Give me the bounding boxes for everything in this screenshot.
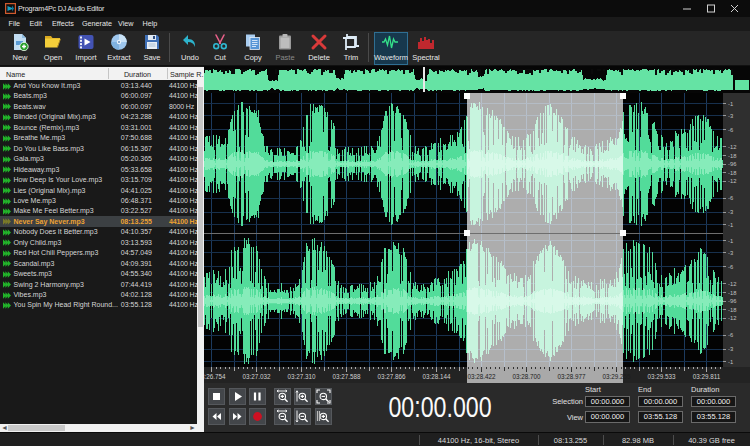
svg-text:-96: -96 bbox=[728, 161, 736, 167]
svg-text:-3: -3 bbox=[728, 346, 733, 352]
svg-text:03:29.255: 03:29.255 bbox=[602, 373, 631, 380]
svg-text:-12: -12 bbox=[728, 178, 736, 184]
svg-text:-6: -6 bbox=[728, 195, 733, 201]
svg-text:-3: -3 bbox=[728, 209, 733, 215]
svg-text:03:28.700: 03:28.700 bbox=[512, 373, 541, 380]
svg-text:03:27.588: 03:27.588 bbox=[332, 373, 361, 380]
svg-text:-1: -1 bbox=[728, 238, 733, 244]
svg-text:-1: -1 bbox=[728, 101, 733, 107]
svg-text:-12: -12 bbox=[728, 281, 736, 287]
svg-text:-6: -6 bbox=[728, 127, 733, 133]
svg-text:-96: -96 bbox=[728, 298, 736, 304]
svg-text:03:28.422: 03:28.422 bbox=[467, 373, 496, 380]
svg-text:03:27.032: 03:27.032 bbox=[242, 373, 271, 380]
svg-text:-12: -12 bbox=[728, 315, 736, 321]
svg-text:03:29.811: 03:29.811 bbox=[693, 373, 721, 380]
svg-text:03:28.144: 03:28.144 bbox=[422, 373, 451, 380]
svg-text:03:28.977: 03:28.977 bbox=[557, 373, 586, 380]
svg-text:-1: -1 bbox=[728, 359, 733, 365]
svg-text:-3: -3 bbox=[728, 113, 733, 119]
svg-text:-6: -6 bbox=[728, 332, 733, 338]
svg-text:03:27.310: 03:27.310 bbox=[287, 373, 316, 380]
svg-text:-1: -1 bbox=[728, 222, 733, 228]
svg-text:-18: -18 bbox=[728, 290, 736, 296]
svg-text:03:27.866: 03:27.866 bbox=[377, 373, 406, 380]
svg-text:-3: -3 bbox=[728, 250, 733, 256]
svg-text:-18: -18 bbox=[728, 307, 736, 313]
svg-text:-18: -18 bbox=[728, 153, 736, 159]
svg-text:-6: -6 bbox=[728, 264, 733, 270]
svg-text:03:29.533: 03:29.533 bbox=[647, 373, 676, 380]
svg-text:-18: -18 bbox=[728, 170, 736, 176]
svg-text:03:26.754: 03:26.754 bbox=[204, 373, 226, 380]
svg-text:-12: -12 bbox=[728, 144, 736, 150]
